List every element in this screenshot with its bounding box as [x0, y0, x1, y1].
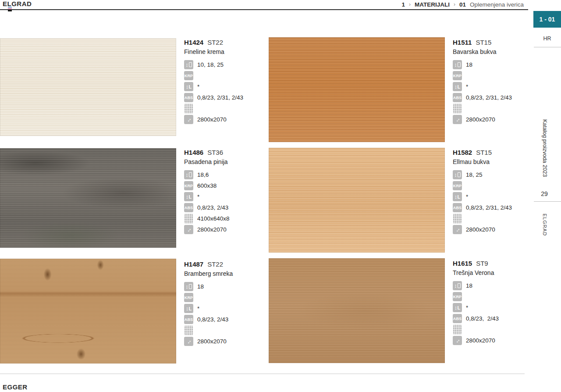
- product-code: H1615: [453, 260, 472, 267]
- spec-thickness: ↕ 18,6: [184, 170, 270, 179]
- fixed-lengths-icon: ↕L: [184, 192, 193, 201]
- format-value: 2800x2070: [466, 226, 495, 233]
- spec-krp: KRP: [184, 293, 270, 302]
- worktop-text-icon: [453, 214, 462, 223]
- krp-icon: KRP: [453, 71, 462, 80]
- thickness-value: 18: [466, 282, 472, 289]
- product-finish: ST15: [476, 149, 492, 156]
- abs-edge-icon: ABS: [453, 314, 462, 323]
- product-code: H1486: [184, 149, 203, 156]
- abs-value: 0,8/23, 2/43: [197, 204, 228, 211]
- product-title: H1582 ST15: [453, 149, 538, 156]
- spec-lengths: ↕L *: [453, 303, 538, 312]
- spec-worktop: 4100x640x8: [184, 214, 270, 223]
- krp-icon: KRP: [184, 181, 193, 190]
- spec-list: ↕ 18 KRP ↕L * ABS 0,8/23, 2/31, 2/43 ↔: [453, 60, 538, 124]
- abs-value: 0,8/23, 2/43: [197, 316, 228, 323]
- spec-abs: ABS 0,8/23, 2/31, 2/43: [453, 203, 538, 212]
- breadcrumb-section: MATERIJALI: [415, 1, 450, 8]
- breadcrumb-sub-number: 01: [459, 1, 466, 8]
- abs-edge-icon: ABS: [453, 203, 462, 212]
- fixed-lengths-icon: ↕L: [184, 82, 193, 91]
- abs-edge-icon: ABS: [184, 315, 193, 324]
- lengths-value: *: [466, 304, 468, 311]
- spec-lengths: ↕L *: [453, 82, 538, 91]
- spec-abs: ABS 0,8/23, 2/43: [184, 203, 270, 212]
- product-card: H1486 ST36 Pasadena pinija ↕ 18,6 KRP 60…: [184, 149, 270, 236]
- breadcrumb-level: 1: [401, 1, 405, 8]
- breadcrumb-sub-label: Oplemenjena iverica: [470, 1, 524, 8]
- decor-swatch-h1486: [0, 148, 176, 248]
- section-tab-badge: 1 - 01: [533, 11, 561, 28]
- thickness-icon: ↕: [184, 60, 193, 69]
- product-code: H1424: [184, 39, 203, 46]
- fixed-lengths-icon: ↕L: [453, 192, 462, 201]
- spec-format: ↔ 2800x2070: [453, 115, 538, 124]
- spec-lengths: ↕L *: [184, 304, 270, 313]
- format-diagonal-arrow-icon: ↔: [453, 115, 462, 124]
- format-value: 2800x2070: [197, 116, 227, 123]
- spec-list: ↕ 18, 25 KRP ↕L * ABS 0,8/23, 2/31, 2/43…: [453, 170, 538, 234]
- spec-thickness: ↕ 18: [453, 281, 538, 290]
- worktop-value: 4100x640x8: [197, 215, 230, 222]
- spec-lengths: ↕L *: [184, 192, 270, 201]
- spec-thickness: ↕ 10, 18, 25: [184, 60, 270, 69]
- thickness-icon: ↕: [453, 170, 462, 179]
- abs-value: 0,8/23, 2/43: [466, 315, 499, 322]
- spec-thickness: ↕ 18: [453, 60, 538, 69]
- product-card: H1582 ST15 Ellmau bukva ↕ 18, 25 KRP ↕L …: [453, 149, 538, 236]
- product-finish: ST22: [207, 260, 223, 268]
- spec-krp: KRP 600x38: [184, 181, 270, 190]
- breadcrumb-separator-icon: ›: [409, 1, 411, 7]
- fixed-lengths-icon: ↕L: [453, 82, 462, 91]
- spec-lengths: ↕L *: [453, 192, 538, 201]
- abs-value: 0,8/23, 2/31, 2/43: [466, 94, 512, 101]
- thickness-value: 18,6: [197, 171, 209, 178]
- spec-krp: KRP: [453, 71, 538, 80]
- spec-format: ↔ 2800x2070: [184, 115, 270, 124]
- spec-format: ↔ 2800x2070: [184, 337, 270, 346]
- spec-format: ↔ 2800x2070: [453, 225, 538, 234]
- decor-swatch-h1487: [0, 259, 176, 363]
- format-diagonal-arrow-icon: ↔: [184, 337, 193, 346]
- thickness-icon: ↕: [453, 60, 462, 69]
- product-code: H1582: [453, 149, 472, 156]
- decor-swatch-h1511: [269, 37, 445, 142]
- spec-abs: ABS 0,8/23, 2/43: [184, 315, 270, 324]
- spec-worktop: [453, 214, 538, 223]
- decor-swatch-h1582: [269, 148, 445, 253]
- worktop-text-icon: [184, 326, 193, 335]
- spec-list: ↕ 10, 18, 25 KRP ↕L * ABS 0,8/23, 2/31, …: [184, 60, 270, 124]
- product-card: H1511 ST15 Bavarska bukva ↕ 18 KRP ↕L * …: [453, 39, 538, 126]
- spec-worktop: [184, 104, 270, 113]
- product-name: Bavarska bukva: [453, 48, 538, 55]
- product-card: H1615 ST9 Trešnja Verona ↕ 18 KRP ↕L * A…: [453, 260, 538, 347]
- product-name: Trešnja Verona: [453, 269, 538, 276]
- fixed-lengths-icon: ↕L: [453, 303, 462, 312]
- krp-icon: KRP: [184, 71, 193, 80]
- product-title: H1615 ST9: [453, 260, 538, 267]
- thickness-icon: ↕: [453, 281, 462, 290]
- format-diagonal-arrow-icon: ↔: [453, 336, 462, 345]
- spec-abs: ABS 0,8/23, 2/31, 2/43: [184, 93, 270, 102]
- product-name: Ellmau bukva: [453, 158, 538, 165]
- footer-rule: [0, 374, 525, 374]
- product-finish: ST22: [207, 39, 223, 46]
- product-name: Pasadena pinija: [184, 158, 270, 165]
- spec-worktop: [184, 326, 270, 335]
- spec-worktop: [453, 325, 538, 334]
- thickness-value: 10, 18, 25: [197, 61, 224, 68]
- product-card: H1424 ST22 Fineline krema ↕ 10, 18, 25 K…: [184, 39, 270, 126]
- abs-value: 0,8/23, 2/31, 2/43: [466, 204, 512, 211]
- spec-krp: KRP: [184, 71, 270, 80]
- header-rule: [0, 9, 528, 10]
- product-code: H1511: [453, 39, 472, 46]
- catalog-page: ELGRAD 1 › MATERIJALI › 01 Oplemenjena i…: [0, 0, 561, 392]
- format-diagonal-arrow-icon: ↔: [184, 115, 193, 124]
- worktop-text-icon: [184, 214, 193, 223]
- spec-worktop: [453, 104, 538, 113]
- thickness-value: 18, 25: [466, 171, 483, 178]
- format-value: 2800x2070: [197, 226, 227, 233]
- product-finish: ST15: [476, 39, 491, 46]
- lengths-value: *: [197, 83, 199, 90]
